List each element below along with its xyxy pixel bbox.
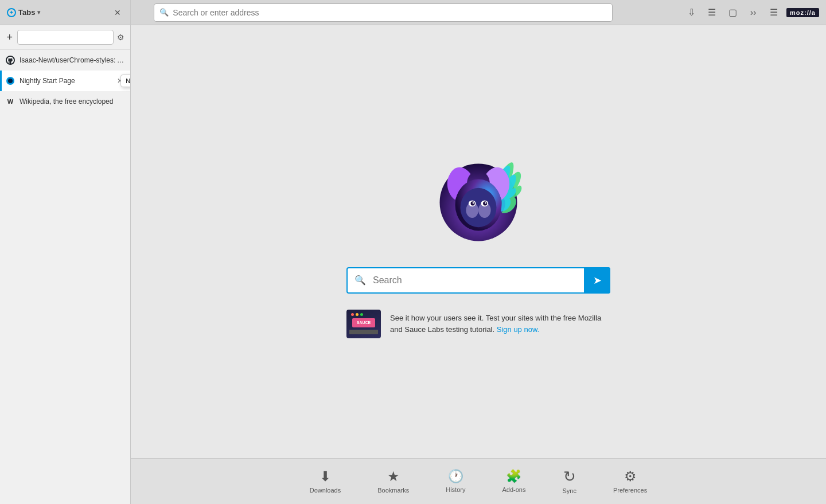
tab-title-github: Isaac-Newt/userChrome-styles: A co (20, 56, 124, 64)
tab-settings-button[interactable]: ⚙ (117, 30, 125, 44)
main-content: 🔍 ➤ SAUCE (131, 25, 826, 504)
search-input[interactable] (346, 267, 610, 294)
search-box-container: 🔍 ➤ (346, 267, 610, 294)
sync-icon: ↻ (563, 469, 576, 484)
addons-label: Add-ons (502, 486, 525, 493)
tab-panel-header: ✦ Tabs ▾ ✕ (0, 0, 130, 25)
sync-bottom-button[interactable]: ↻ Sync (555, 464, 583, 499)
tab-favicon-github (6, 56, 15, 65)
downloads-icon: ⬇ (320, 470, 331, 483)
history-label: History (446, 486, 465, 493)
tab-search-row: + ⚙ (0, 25, 130, 50)
snippet: SAUCE See it how your users see it. Test… (346, 310, 610, 338)
history-bottom-button[interactable]: 🕐 History (439, 466, 472, 498)
nightly-tab-tooltip: Nightly Start Page (120, 75, 130, 87)
search-box-icon: 🔍 (354, 275, 366, 286)
snippet-link[interactable]: Sign up now. (497, 325, 539, 334)
tab-item-github[interactable]: Isaac-Newt/userChrome-styles: A co (0, 50, 130, 71)
new-tab-button[interactable]: + (6, 30, 14, 44)
tabs-label: ✦ Tabs ▾ (7, 8, 40, 17)
addons-icon: 🧩 (506, 470, 521, 483)
tab-title-wikipedia: Wikipedia, the free encycloped (20, 97, 124, 106)
snippet-text: See it how your users see it. Test your … (390, 312, 610, 335)
firefox-logo (427, 146, 530, 249)
overflow-menu-icon[interactable]: ›› (745, 5, 761, 21)
tabs-title: Tabs (18, 8, 35, 17)
tabs-chevron-icon[interactable]: ▾ (37, 9, 40, 15)
bookmarks-icon: ★ (387, 470, 400, 483)
tab-search-input[interactable] (17, 30, 114, 45)
bookmarks-bottom-button[interactable]: ★ Bookmarks (371, 465, 416, 498)
search-submit-button[interactable]: ➤ (584, 267, 610, 294)
sync-label: Sync (562, 487, 576, 494)
svg-point-4 (461, 187, 497, 226)
svg-point-1 (8, 79, 13, 83)
mozilla-badge: moz://a (786, 8, 819, 17)
addons-bottom-button[interactable]: 🧩 Add-ons (495, 466, 532, 498)
downloads-label: Downloads (310, 487, 341, 494)
library-toolbar-icon[interactable]: ☰ (704, 5, 720, 21)
tab-favicon-nightly (6, 76, 15, 85)
tab-item-nightly[interactable]: Nightly Start Page ✕ Nightly Start Page (0, 71, 130, 91)
tabs-circle-icon: ✦ (7, 8, 16, 17)
synced-tabs-icon[interactable]: ▢ (724, 5, 741, 21)
downloads-bottom-button[interactable]: ⬇ Downloads (303, 465, 348, 498)
bookmarks-label: Bookmarks (377, 487, 409, 494)
address-bar-container: 🔍 (154, 3, 613, 22)
history-icon: 🕐 (448, 470, 463, 483)
tab-panel: ✦ Tabs ▾ ✕ + ⚙ Isaac-Newt/userChrome-sty… (0, 0, 131, 504)
snippet-image: SAUCE (346, 310, 381, 338)
tab-item-wikipedia[interactable]: W Wikipedia, the free encycloped (0, 91, 130, 112)
address-bar[interactable] (154, 3, 613, 22)
svg-point-12 (485, 202, 486, 204)
preferences-bottom-button[interactable]: ⚙ Preferences (606, 465, 654, 498)
preferences-icon: ⚙ (624, 470, 637, 483)
downloads-toolbar-icon[interactable]: ⇩ (683, 5, 699, 21)
toolbar-right: ⇩ ☰ ▢ ›› ☰ moz://a (683, 5, 819, 21)
tab-list: Isaac-Newt/userChrome-styles: A co Night… (0, 50, 130, 504)
preferences-label: Preferences (613, 487, 647, 494)
hamburger-menu-icon[interactable]: ☰ (766, 5, 782, 21)
browser-content: 🔍 ➤ SAUCE (131, 25, 826, 504)
tab-favicon-wikipedia: W (6, 97, 15, 106)
tab-panel-close-button[interactable]: ✕ (112, 7, 123, 18)
bottom-toolbar: ⬇ Downloads ★ Bookmarks 🕐 History 🧩 Add-… (131, 458, 826, 504)
svg-point-11 (473, 202, 474, 204)
tab-title-nightly: Nightly Start Page (20, 77, 111, 85)
